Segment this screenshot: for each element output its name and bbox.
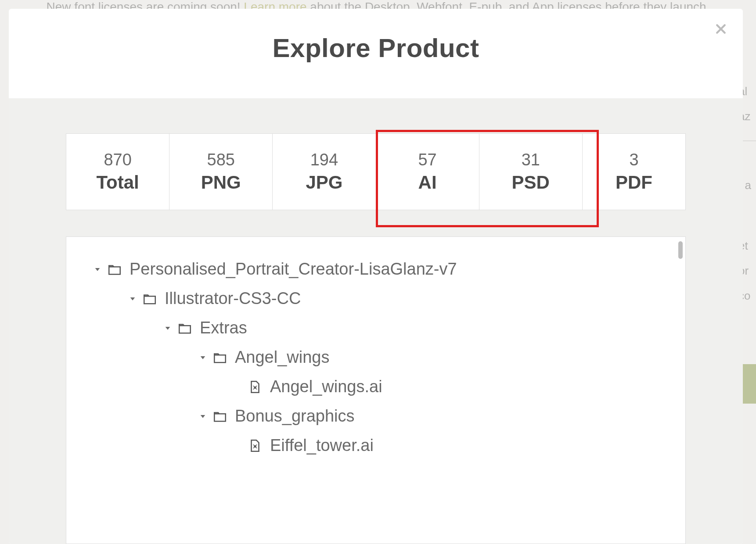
stat-count: 585 [174, 150, 268, 169]
stat-count: 31 [484, 150, 578, 169]
tree-file-row[interactable]: Angel_wings.ai [93, 372, 672, 401]
tree-folder-row[interactable]: Bonus_graphics [93, 401, 672, 431]
tree-folder-row[interactable]: Personalised_Portrait_Creator-LisaGlanz-… [93, 254, 672, 284]
tree-file-row[interactable]: Eiffel_tower.ai [93, 431, 672, 460]
stat-total[interactable]: 870 Total [66, 134, 169, 210]
stat-label: PSD [484, 172, 578, 193]
tree-item-label: Personalised_Portrait_Creator-LisaGlanz-… [130, 260, 457, 279]
tree-item-label: Angel_wings.ai [270, 377, 382, 396]
tree-item-label: Extras [200, 319, 247, 337]
close-icon [714, 22, 727, 37]
folder-icon [142, 291, 158, 307]
disclosure-triangle-icon[interactable] [198, 353, 208, 362]
disclosure-triangle-icon[interactable] [93, 265, 102, 274]
explore-product-modal: Explore Product 870 Total 585 PNG 194 JP… [9, 9, 743, 544]
background-green-block [743, 364, 756, 404]
stat-count: 194 [277, 150, 371, 169]
tree-folder-row[interactable]: Illustrator-CS3-CC [93, 284, 672, 313]
stat-label: AI [381, 172, 475, 193]
tree-item-label: Angel_wings [235, 348, 329, 367]
stat-pdf[interactable]: 3 PDF [583, 134, 685, 210]
scrollbar-thumb[interactable] [678, 241, 683, 259]
close-button[interactable] [712, 21, 730, 39]
tree-section: Personalised_Portrait_Creator-LisaGlanz-… [9, 236, 743, 544]
stat-count: 870 [71, 150, 165, 169]
stats-row: 870 Total 585 PNG 194 JPG 57 AI 31 PSD 3… [66, 133, 686, 210]
stat-psd[interactable]: 31 PSD [479, 134, 583, 210]
tree-item-label: Illustrator-CS3-CC [165, 289, 301, 308]
disclosure-triangle-icon[interactable] [163, 323, 173, 333]
file-icon [247, 438, 263, 454]
tree-item-label: Eiffel_tower.ai [270, 436, 374, 455]
stat-label: Total [71, 172, 165, 193]
stat-label: PNG [174, 172, 268, 193]
disclosure-triangle-icon[interactable] [128, 294, 137, 304]
modal-header: Explore Product [9, 9, 743, 98]
tree-item-label: Bonus_graphics [235, 407, 355, 426]
folder-icon [177, 320, 193, 336]
file-icon [247, 379, 263, 395]
stat-png[interactable]: 585 PNG [169, 134, 273, 210]
stat-ai[interactable]: 57 AI [376, 134, 479, 210]
tree-folder-row[interactable]: Extras [93, 313, 672, 343]
disclosure-triangle-icon[interactable] [198, 412, 208, 421]
stat-label: PDF [587, 172, 681, 193]
tree-folder-row[interactable]: Angel_wings [93, 343, 672, 372]
file-tree-panel: Personalised_Portrait_Creator-LisaGlanz-… [66, 236, 686, 544]
stat-label: JPG [277, 172, 371, 193]
stat-jpg[interactable]: 194 JPG [273, 134, 376, 210]
stat-count: 57 [381, 150, 475, 169]
folder-icon [212, 408, 228, 424]
stats-section: 870 Total 585 PNG 194 JPG 57 AI 31 PSD 3… [9, 98, 743, 236]
modal-title: Explore Product [9, 33, 743, 63]
folder-icon [212, 350, 228, 365]
folder-icon [107, 261, 122, 277]
stat-count: 3 [587, 150, 681, 169]
